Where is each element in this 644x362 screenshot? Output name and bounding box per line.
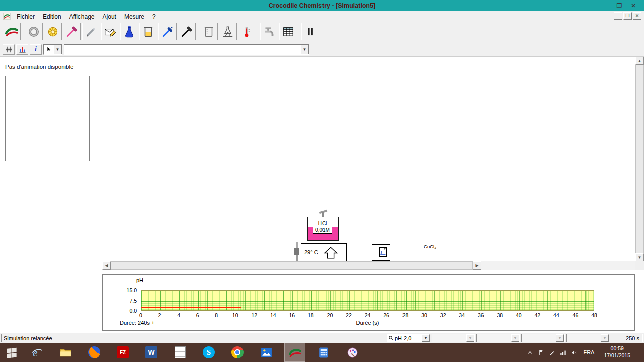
animation-preview-box (5, 76, 90, 161)
horizontal-scroll-thumb[interactable] (111, 261, 473, 270)
taskbar-app-word[interactable]: W (141, 343, 162, 362)
status-combo-4[interactable]: ▼ (566, 334, 609, 342)
mdi-restore-button[interactable]: ❐ (623, 12, 632, 20)
bottle-cocl2[interactable]: CoCl₂ (421, 241, 439, 261)
clock-time: 00:59 (604, 345, 630, 352)
mdi-minimize-button[interactable]: – (614, 12, 622, 20)
restore-button[interactable]: ❐ (616, 0, 623, 11)
vertical-scrollbar[interactable]: ▲ ▼ (635, 57, 644, 261)
flask-stand-button[interactable] (219, 23, 237, 40)
taskbar-app-skype[interactable]: S (198, 343, 219, 362)
menu-item-ajout[interactable]: Ajout (99, 12, 120, 21)
close-button[interactable]: ✕ (630, 0, 637, 11)
heater[interactable]: 29° C (301, 243, 347, 261)
x-tick-label: 2 (158, 312, 162, 318)
chart-small-button[interactable] (16, 44, 28, 55)
gear-yellow-button[interactable] (44, 23, 62, 40)
pointer-tool-combo[interactable]: ▼ (43, 44, 62, 55)
show-desktop-button[interactable] (639, 343, 642, 362)
network-icon[interactable] (560, 349, 567, 356)
probe-tip (296, 255, 298, 261)
menu-item-[interactable]: ? (148, 12, 160, 21)
scroll-left-button[interactable]: ◀ (102, 261, 111, 270)
beaker-hcl[interactable]: HCl 0,01M (307, 211, 339, 241)
status-combo-3[interactable]: ▼ (521, 334, 565, 342)
menu-item-fichier[interactable]: Fichier (13, 12, 39, 21)
taskbar-app-calculator[interactable] (313, 343, 334, 362)
app-icon (3, 13, 11, 20)
animation-status-text: Pas d'animation disponible (5, 64, 97, 70)
taskbar-app-notepad[interactable] (170, 343, 191, 362)
syringe-blue-button[interactable] (158, 23, 177, 40)
vertical-scroll-thumb[interactable] (635, 65, 644, 253)
x-tick-label: 32 (440, 312, 446, 318)
beaker-yellow-button[interactable] (139, 23, 157, 40)
envelope-edit-button[interactable] (101, 23, 119, 40)
ph-graph-panel[interactable]: pH 15.07.50.0 02468101214161820222426283… (102, 274, 635, 331)
mdi-close-button[interactable]: ✕ (633, 12, 641, 20)
ph-combo[interactable]: pH 2,0 ▼ (387, 334, 430, 342)
taskbar-app-firefox[interactable] (84, 343, 105, 362)
pen-input-icon[interactable] (549, 349, 555, 356)
taskbar-clock[interactable]: 00:59 17/01/2015 (600, 345, 634, 359)
status-bar: Simulation relancée pH 2,0 ▼ ▼▼▼▼ 250 s (0, 333, 644, 343)
menu-item-mesure[interactable]: Mesure (120, 12, 148, 21)
wheel-button[interactable] (25, 23, 43, 40)
scroll-right-button[interactable]: ▶ (473, 261, 481, 270)
scroll-up-button[interactable]: ▲ (635, 57, 644, 65)
taskbar-app-explorer[interactable] (55, 343, 76, 362)
crocodile-logo-button[interactable] (3, 23, 21, 40)
x-tick-label: 26 (383, 312, 389, 318)
start-button[interactable] (1, 343, 22, 362)
taskbar-app-paint[interactable] (342, 343, 363, 362)
tray-expand-icon[interactable] (527, 349, 533, 356)
thermometer-button[interactable] (238, 23, 256, 40)
x-tick-label: 14 (270, 312, 276, 318)
menu-item-affichage[interactable]: Affichage (65, 12, 99, 21)
scrollbar-corner (635, 261, 644, 270)
temperature-probe[interactable] (293, 242, 300, 261)
info-button[interactable]: i (30, 44, 42, 55)
x-tick-label: 10 (232, 312, 238, 318)
cursor-icon (45, 46, 52, 53)
taskbar-app-chrome[interactable] (227, 343, 248, 362)
tap-button[interactable] (260, 23, 278, 40)
taskbar-app-crocodile[interactable] (284, 343, 305, 362)
beaker-label-line2: 0,01M (313, 227, 332, 233)
ph-combo-arrow[interactable]: ▼ (422, 334, 430, 342)
pause-button[interactable] (301, 23, 319, 40)
dropper-pink-button[interactable] (63, 23, 81, 40)
status-combo-1[interactable]: ▼ (432, 334, 475, 342)
language-indicator[interactable]: FRA (582, 349, 595, 355)
minimize-button[interactable]: – (602, 0, 609, 11)
taskbar-app-ie[interactable]: e (26, 343, 47, 362)
selection-combobox-arrow[interactable]: ▼ (300, 45, 309, 54)
menu-item-edition[interactable]: Edition (39, 12, 65, 21)
y-tick-label: 7.5 (129, 297, 137, 303)
beaker-outline-button[interactable] (200, 23, 218, 40)
selection-combobox[interactable]: ▼ (64, 44, 309, 55)
taskbar-apps: eFZWS (1, 343, 370, 362)
horizontal-scrollbar[interactable]: ◀ ▶ (102, 261, 635, 270)
beaker-label: HCl 0,01M (313, 219, 332, 234)
graph-plot-area[interactable] (141, 290, 594, 311)
action-center-icon[interactable] (538, 349, 544, 356)
probe-body (294, 248, 299, 255)
status-combo-2[interactable]: ▼ (476, 334, 520, 342)
flask-blue-button[interactable] (120, 23, 138, 40)
chemical-box[interactable] (372, 244, 390, 261)
pencil-button[interactable] (82, 23, 100, 40)
pointer-combo-arrow[interactable]: ▼ (53, 45, 62, 54)
ph-combo-value: pH 2,0 (395, 335, 411, 341)
grid-small-button[interactable] (3, 44, 15, 55)
scroll-down-button[interactable]: ▼ (635, 253, 644, 261)
pen-black-button[interactable] (178, 23, 196, 40)
x-tick-label: 12 (251, 312, 257, 318)
x-tick-label: 18 (308, 312, 314, 318)
taskbar-app-filezilla[interactable]: FZ (112, 343, 133, 362)
simulation-canvas[interactable]: HCl 0,01M 29° C (102, 57, 635, 261)
volume-icon[interactable] (571, 349, 578, 356)
data-table-button[interactable] (279, 23, 297, 40)
taskbar-app-photos[interactable] (256, 343, 277, 362)
windows-taskbar: eFZWS FRA 00:59 17/01/2015 (0, 343, 644, 362)
